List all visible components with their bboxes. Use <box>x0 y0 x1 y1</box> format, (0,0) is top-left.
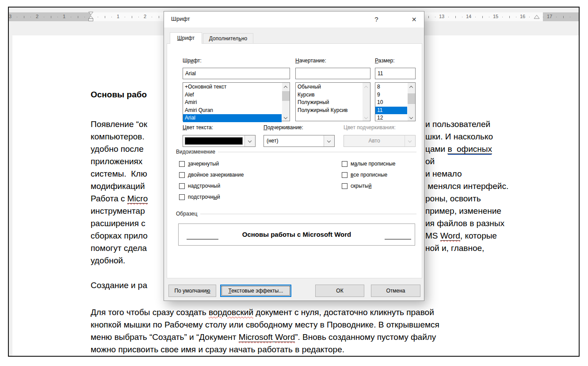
text-line: цами в офисных <box>425 143 508 155</box>
ruler-tick <box>105 16 105 18</box>
font-name-input[interactable]: Arial <box>183 68 290 79</box>
tab-font[interactable]: Шрифт <box>170 32 202 44</box>
checkbox[interactable] <box>342 183 347 189</box>
ruler-tick <box>455 16 456 18</box>
text-line: ой <box>425 155 508 168</box>
text-line: роны, освоить <box>425 193 508 205</box>
list-item[interactable]: Обычный <box>296 83 362 91</box>
dialog-titlebar[interactable]: Шрифт ? ✕ <box>164 12 424 27</box>
list-item-selected[interactable]: Arial <box>183 114 282 122</box>
default-button[interactable]: По умолчанию <box>168 285 216 297</box>
preview-group-label: Образец <box>176 211 200 217</box>
list-item[interactable]: 8 <box>375 83 407 91</box>
text-line: удобно после <box>91 143 148 155</box>
underline-color-combobox: Авто <box>344 135 416 147</box>
scroll-up-icon[interactable] <box>282 83 290 90</box>
ruler-number: 2 <box>36 14 38 19</box>
checkbox[interactable] <box>342 161 347 167</box>
font-style-input[interactable] <box>295 68 370 79</box>
style-list-scrollbar[interactable] <box>363 83 370 121</box>
ruler-number: 1 <box>63 14 65 19</box>
text-line: инструментар <box>91 205 148 217</box>
ruler-tick <box>448 17 449 17</box>
checkbox[interactable] <box>342 172 347 178</box>
list-item[interactable]: Alef <box>183 91 282 99</box>
underline-style-value: (нет) <box>267 138 278 144</box>
chevron-down-icon[interactable] <box>324 135 334 146</box>
indent-marker-icon[interactable] <box>88 12 94 22</box>
ruler-tick <box>475 17 476 17</box>
list-item[interactable]: 10 <box>375 99 407 107</box>
ruler-tick <box>563 16 564 18</box>
list-item[interactable]: Полужирный Курсив <box>296 107 362 115</box>
ruler-tick <box>78 16 78 18</box>
right-indent-marker-icon[interactable] <box>534 14 540 20</box>
document-text-right: и пользователейшки. И насколькоцами в оф… <box>425 118 508 254</box>
preview-rule-right <box>385 239 411 239</box>
text-line: помогут сдела <box>91 242 148 254</box>
document-heading: Основы рабо <box>91 90 147 100</box>
text-line: MS Word, которые <box>425 230 508 242</box>
ruler-tick <box>159 16 159 18</box>
ruler-tick <box>543 17 543 17</box>
preview-rule-left <box>187 239 218 239</box>
cancel-button[interactable]: Отмена <box>371 285 420 297</box>
font-style-list[interactable]: Обычный Курсив Полужирный Полужирный Кур… <box>295 82 370 121</box>
font-size-list[interactable]: 8 9 10 11 12 <box>375 82 416 121</box>
list-item[interactable]: 12 <box>375 114 407 122</box>
scrollbar-thumb[interactable] <box>408 93 415 104</box>
text-line: сборках прило <box>91 230 148 242</box>
scrollbar-thumb[interactable] <box>282 91 290 101</box>
text-effects-button[interactable]: Текстовые эффекты... <box>220 285 291 297</box>
ruler-tick <box>111 17 112 17</box>
ruler-tick <box>31 17 31 17</box>
word-document-window: 3211234567891011121314151617 Основы рабо… <box>8 7 580 357</box>
ok-button[interactable]: ОК <box>315 285 364 297</box>
checkbox[interactable] <box>179 161 185 167</box>
ruler-number: 3 <box>9 14 11 19</box>
underline-style-combobox[interactable]: (нет) <box>263 135 335 147</box>
ruler-number: 1 <box>117 14 119 19</box>
font-list[interactable]: +Основной текст Alef Amiri Amiri Quran A… <box>183 82 290 121</box>
font-preview-box: Основы работы с Microsoft Word <box>178 223 415 246</box>
checkbox[interactable] <box>179 194 185 200</box>
text-line: ия файлов в разных <box>425 217 508 230</box>
document-text-bottom: Для того чтобы сразу создать вордовский … <box>91 306 439 356</box>
text-line: можно присвоить свое имя и сразу начать … <box>91 343 439 356</box>
list-item[interactable]: +Основной текст <box>183 83 282 91</box>
ruler-tick <box>489 17 489 17</box>
ruler-tick <box>462 17 462 17</box>
ruler-tick <box>57 17 58 17</box>
list-item[interactable]: Полужирный <box>296 99 362 107</box>
scroll-up-icon[interactable] <box>408 83 415 90</box>
ruler-tick <box>98 17 98 17</box>
close-icon[interactable]: ✕ <box>404 12 424 27</box>
font-size-input[interactable]: 11 <box>375 68 416 79</box>
font-list-scrollbar[interactable] <box>282 83 290 121</box>
chevron-down-icon[interactable] <box>244 135 255 146</box>
text-line: ной и, главное, <box>425 242 508 254</box>
text-color-combobox[interactable] <box>183 135 256 147</box>
ruler-tick <box>152 17 152 17</box>
list-item[interactable]: Курсив <box>296 91 362 99</box>
text-line: шки. И насколько <box>425 131 508 143</box>
text-line: расширения с <box>91 217 148 230</box>
list-item-selected[interactable]: 11 <box>375 107 407 115</box>
scroll-down-icon[interactable] <box>408 113 415 121</box>
size-label: Размер: <box>375 58 395 64</box>
text-line: меню выбрать “Создать” и “Документ Micro… <box>91 331 439 343</box>
help-icon[interactable]: ? <box>367 12 386 27</box>
dialog-title: Шрифт <box>171 15 190 22</box>
tab-advanced[interactable]: Дополнительно <box>203 33 253 44</box>
list-item[interactable]: Amiri Quran <box>183 107 282 115</box>
effects-group-label: Видоизменение <box>176 149 218 155</box>
ruler-tick <box>435 17 435 17</box>
size-list-scrollbar[interactable] <box>408 83 415 121</box>
checkbox[interactable] <box>179 183 185 189</box>
ruler-number: 15 <box>493 14 498 19</box>
list-item[interactable]: 9 <box>375 91 407 99</box>
underline-color-value: Авто <box>344 138 405 144</box>
scroll-down-icon[interactable] <box>282 113 290 121</box>
checkbox[interactable] <box>179 172 185 178</box>
list-item[interactable]: Amiri <box>183 99 282 107</box>
